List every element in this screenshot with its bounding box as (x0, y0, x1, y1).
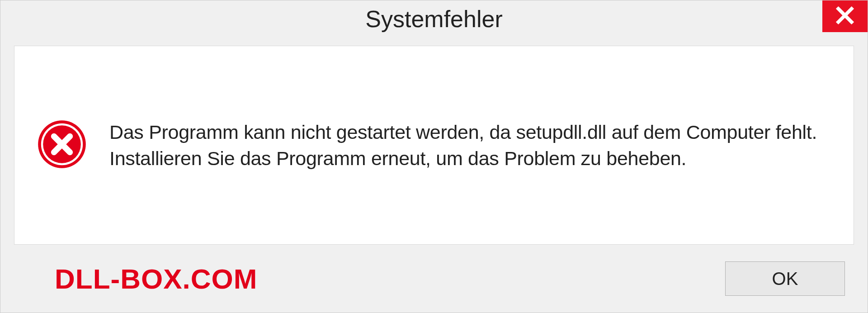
dialog-title: Systemfehler (365, 5, 502, 33)
ok-button[interactable]: OK (725, 261, 845, 296)
error-message: Das Programm kann nicht gestartet werden… (109, 119, 831, 171)
error-dialog: Systemfehler Das Programm kann nicht ges… (0, 0, 868, 313)
watermark-text: DLL-BOX.COM (55, 263, 257, 295)
close-button[interactable] (822, 0, 868, 32)
error-icon (37, 119, 87, 171)
footer: DLL-BOX.COM OK (0, 245, 868, 313)
titlebar: Systemfehler (0, 0, 868, 38)
content-area: Das Programm kann nicht gestartet werden… (14, 46, 854, 245)
close-icon (835, 5, 855, 27)
ok-button-label: OK (772, 269, 798, 289)
